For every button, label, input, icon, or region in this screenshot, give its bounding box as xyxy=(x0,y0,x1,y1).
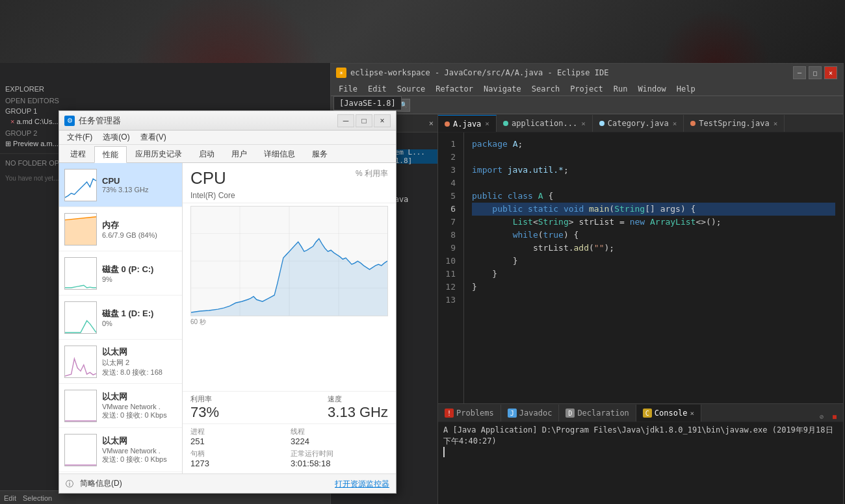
tm-tab-startup[interactable]: 启动 xyxy=(190,145,223,162)
sidebar-item-disk0[interactable]: 磁盘 0 (P: C:) 9% xyxy=(59,251,182,296)
close-btn[interactable]: × xyxy=(824,66,837,79)
line-6: public static void main(String[] args) { xyxy=(472,203,835,216)
stat-speed: 速度 3.13 GHz xyxy=(328,394,388,421)
net1-mini-graph xyxy=(64,346,97,378)
disk0-mini-graph xyxy=(64,257,97,290)
menu-source[interactable]: Source xyxy=(392,82,430,96)
net2-mini-graph xyxy=(64,390,97,422)
net1-sidebar-text: 以太网 以太网 2 发送: 8.0 接收: 168 xyxy=(102,346,177,377)
tm-tab-apphistory[interactable]: 应用历史记录 xyxy=(127,145,190,162)
svg-rect-4 xyxy=(65,302,96,333)
package-explorer-close[interactable]: × xyxy=(429,119,434,128)
tab-declaration[interactable]: D Declaration xyxy=(559,405,636,422)
menu-run[interactable]: Run xyxy=(608,82,633,96)
cpu-title: CPU xyxy=(190,168,235,188)
tab-testspring[interactable]: TestSpring.java × xyxy=(684,115,785,132)
tm-close-btn[interactable]: × xyxy=(374,114,391,127)
line-4 xyxy=(472,177,835,190)
memory-mini-graph xyxy=(64,213,97,246)
menu-navigate[interactable]: Navigate xyxy=(478,82,526,96)
tm-maximize-btn[interactable]: □ xyxy=(356,114,372,127)
tm-tab-services[interactable]: 服务 xyxy=(304,145,336,162)
net1-sidebar-subdetail: 发送: 8.0 接收: 168 xyxy=(102,368,177,377)
menu-edit[interactable]: Edit xyxy=(363,82,392,96)
detail-thread: 线程 3224 xyxy=(291,427,388,446)
cpu-sidebar-detail: 73% 3.13 GHz xyxy=(102,186,177,194)
detail-handle-value: 1273 xyxy=(190,459,288,468)
sidebar-item-net1[interactable]: 以太网 以太网 2 发送: 8.0 接收: 168 xyxy=(59,340,182,384)
tab-ajava[interactable]: A.java × xyxy=(438,115,497,132)
maximize-btn[interactable]: □ xyxy=(809,66,822,79)
app-tab-dot xyxy=(503,121,508,126)
menu-search[interactable]: Search xyxy=(526,82,565,96)
footer-monitor-link[interactable]: 打开资源监控器 xyxy=(335,479,389,488)
tab-application[interactable]: application... × xyxy=(497,115,593,132)
minimize-btn[interactable]: ─ xyxy=(793,66,806,79)
tm-tab-details[interactable]: 详细信息 xyxy=(255,145,304,162)
sidebar-item-disk1[interactable]: 磁盘 1 (D: E:) 0% xyxy=(59,296,182,340)
footer-info-text[interactable]: 简略信息(D) xyxy=(80,478,122,489)
net3-mini-graph xyxy=(64,434,97,466)
tab-javadoc[interactable]: J Javadoc xyxy=(501,405,560,422)
tab-app-close[interactable]: × xyxy=(581,120,586,128)
line-8: while(true) { xyxy=(472,229,835,242)
disk0-sidebar-text: 磁盘 0 (P: C:) 9% xyxy=(102,264,177,283)
declaration-label: Declaration xyxy=(577,409,629,418)
tm-menu-options[interactable]: 选项(O) xyxy=(98,131,135,145)
problems-icon: ! xyxy=(445,409,454,418)
detail-thread-value: 3224 xyxy=(291,436,388,446)
tab-problems[interactable]: ! Problems xyxy=(438,405,501,422)
line-2 xyxy=(472,151,835,164)
net2-sidebar-name: 以太网 xyxy=(102,391,177,403)
tab-category[interactable]: Category.java × xyxy=(593,115,684,132)
line-13 xyxy=(472,294,835,307)
console-clear[interactable]: ⊘ xyxy=(816,411,827,422)
sidebar-item-net3[interactable]: 以太网 VMware Network . 发送: 0 接收: 0 Kbps xyxy=(59,428,182,472)
menu-refactor[interactable]: Refactor xyxy=(430,82,478,96)
eclipse-window: ☀ eclipse-workspace - JavaCore/src/A/A.j… xyxy=(330,63,844,504)
line-5: public class A { xyxy=(472,190,835,203)
console-close[interactable]: × xyxy=(690,409,694,418)
tm-minimize-btn[interactable]: ─ xyxy=(337,114,354,127)
tm-tab-users[interactable]: 用户 xyxy=(223,145,255,162)
memory-sidebar-text: 内存 6.6/7.9 GB (84%) xyxy=(102,220,177,239)
tm-menu-file[interactable]: 文件(F) xyxy=(62,131,98,145)
console-cursor xyxy=(443,447,449,457)
cpu-sidebar-text: CPU 73% 3.13 GHz xyxy=(102,176,177,194)
sidebar-item-net2[interactable]: 以太网 VMware Network . 发送: 0 接收: 0 Kbps xyxy=(59,384,182,428)
tab-cat-close[interactable]: × xyxy=(673,120,677,128)
tm-menu-view[interactable]: 查看(V) xyxy=(135,131,172,145)
sidebar-item-cpu[interactable]: CPU 73% 3.13 GHz xyxy=(59,163,182,207)
menu-file[interactable]: File xyxy=(333,82,363,96)
code-content[interactable]: package A; import java.util.*; public cl… xyxy=(464,132,843,403)
cpu-details-grid: 进程 251 线程 3224 句柄 1273 正常运行时间 3:01:58:18 xyxy=(183,424,396,473)
line-numbers: 1 2 3 4 5 6 7 8 9 10 11 12 13 xyxy=(438,132,464,403)
menu-window[interactable]: Window xyxy=(632,82,671,96)
tm-tab-performance[interactable]: 性能 xyxy=(94,146,127,163)
tab-console[interactable]: C Console × xyxy=(636,405,701,422)
detail-process: 进程 251 xyxy=(190,427,288,446)
stat-utilrate-label: 利用率 xyxy=(190,394,219,404)
net3-sidebar-name: 以太网 xyxy=(102,435,177,447)
svg-marker-2 xyxy=(65,216,96,244)
tab-ajava-close[interactable]: × xyxy=(485,120,489,128)
tab-test-close[interactable]: × xyxy=(774,120,778,128)
javadoc-label: Javadoc xyxy=(519,409,552,418)
tm-tab-process[interactable]: 进程 xyxy=(62,145,94,162)
disk1-mini-graph xyxy=(64,301,97,334)
menu-project[interactable]: Project xyxy=(565,82,608,96)
svg-rect-5 xyxy=(65,346,96,377)
menu-help[interactable]: Help xyxy=(671,82,701,96)
tm-icon: ⚙ xyxy=(64,116,75,126)
console-icon: C xyxy=(643,409,652,418)
sidebar-item-memory[interactable]: 内存 6.6/7.9 GB (84%) xyxy=(59,207,182,251)
net2-sidebar-subdetail: 发送: 0 接收: 0 Kbps xyxy=(102,410,177,420)
net1-sidebar-name: 以太网 xyxy=(102,346,177,358)
code-editor[interactable]: 1 2 3 4 5 6 7 8 9 10 11 12 13 package A; xyxy=(438,132,843,403)
console-terminate[interactable]: ■ xyxy=(829,411,840,422)
footer-info-icon: ⓘ xyxy=(66,479,76,489)
stat-speed-label: 速度 xyxy=(328,394,388,404)
disk1-sidebar-text: 磁盘 1 (D: E:) 0% xyxy=(102,308,177,327)
tm-sidebar: CPU 73% 3.13 GHz 内存 6.6/7.9 GB (84%) xyxy=(59,163,183,473)
detail-uptime-value: 3:01:58:18 xyxy=(291,459,388,468)
